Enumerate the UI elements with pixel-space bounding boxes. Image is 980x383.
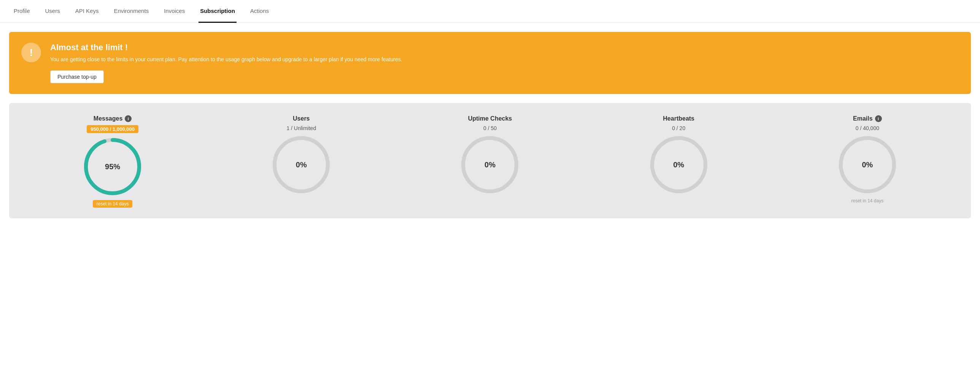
donut-label: 0%: [485, 161, 495, 169]
warning-icon: !: [21, 43, 41, 62]
metric-value-text: 0 / 40,000: [856, 125, 879, 131]
nav-item-subscription[interactable]: Subscription: [199, 0, 237, 23]
metric-title: Heartbeats: [663, 115, 694, 122]
metric-item-users: Users1 / Unlimited0%: [271, 115, 332, 195]
nav-item-environments[interactable]: Environments: [112, 0, 150, 23]
donut-chart: 0%: [837, 134, 898, 195]
metric-title: Emailsi: [853, 115, 882, 122]
donut-chart: 0%: [648, 134, 709, 195]
donut-chart: 0%: [271, 134, 332, 195]
donut-chart: 0%: [460, 134, 520, 195]
metric-value-badge: 950,000 / 1,000,000: [87, 125, 138, 133]
nav-item-invoices[interactable]: Invoices: [162, 0, 186, 23]
donut-chart: 95%: [82, 136, 143, 197]
warning-description: You are getting close to the limits in y…: [50, 56, 959, 64]
donut-label: 95%: [105, 162, 120, 171]
warning-content: Almost at the limit ! You are getting cl…: [50, 43, 959, 83]
metric-item-uptime-checks: Uptime Checks0 / 500%: [460, 115, 520, 195]
metric-title: Uptime Checks: [468, 115, 512, 122]
nav-item-users[interactable]: Users: [44, 0, 62, 23]
info-icon[interactable]: i: [875, 115, 882, 122]
reset-text: reset in 14 days: [851, 198, 883, 203]
metric-title: Users: [293, 115, 310, 122]
metric-value-text: 1 / Unlimited: [286, 125, 316, 131]
metric-item-emails: Emailsi0 / 40,0000%reset in 14 days: [837, 115, 898, 203]
reset-badge: reset in 14 days: [93, 200, 133, 208]
metrics-section: Messagesi950,000 / 1,000,00095%reset in …: [9, 103, 971, 218]
metric-value-text: 0 / 50: [484, 125, 496, 131]
donut-label: 0%: [296, 161, 307, 169]
warning-banner: ! Almost at the limit ! You are getting …: [9, 32, 971, 94]
metric-item-heartbeats: Heartbeats0 / 200%: [648, 115, 709, 195]
metric-item-messages: Messagesi950,000 / 1,000,00095%reset in …: [82, 115, 143, 208]
metric-title: Messagesi: [94, 115, 132, 122]
warning-title: Almost at the limit !: [50, 43, 959, 52]
nav-bar: ProfileUsersAPI KeysEnvironmentsInvoices…: [0, 0, 980, 23]
donut-label: 0%: [673, 161, 684, 169]
info-icon[interactable]: i: [125, 115, 132, 122]
metric-value-text: 0 / 20: [672, 125, 685, 131]
nav-item-actions[interactable]: Actions: [249, 0, 270, 23]
donut-label: 0%: [862, 161, 873, 169]
purchase-topup-button[interactable]: Purchase top-up: [50, 70, 104, 83]
nav-item-profile[interactable]: Profile: [12, 0, 32, 23]
nav-item-api-keys[interactable]: API Keys: [74, 0, 100, 23]
